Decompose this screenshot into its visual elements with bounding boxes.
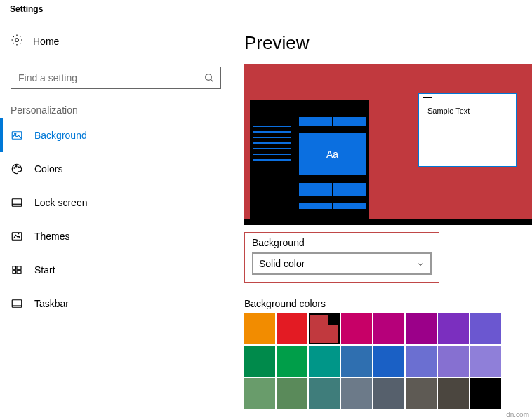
preview-aa-tile: Aa [299,133,366,175]
sidebar-item-colors[interactable]: Colors [0,152,237,186]
search-input[interactable] [11,67,221,89]
sidebar-item-label: Start [34,264,55,276]
color-swatch[interactable] [309,313,340,344]
gear-icon [11,34,23,48]
svg-rect-10 [17,266,21,270]
home-nav[interactable]: Home [0,14,237,48]
svg-rect-9 [13,266,16,270]
color-swatches [244,313,503,409]
main-panel: Preview Aa Sample Text [237,14,532,409]
sidebar-item-label: Colors [34,163,62,175]
chevron-down-icon [416,259,425,268]
start-icon [11,264,23,276]
preview-sample-window: Sample Text [418,93,517,167]
color-swatch[interactable] [373,378,404,409]
color-swatch[interactable] [277,313,307,344]
color-swatch[interactable] [277,346,307,377]
color-swatch[interactable] [309,346,340,377]
background-selected-value: Solid color [259,258,305,269]
home-label: Home [33,36,59,47]
background-colors-label: Background colors [244,298,532,309]
sidebar-item-label: Lock screen [34,197,87,208]
svg-point-5 [16,166,18,168]
color-swatch[interactable] [341,346,372,377]
sidebar-item-label: Themes [34,231,70,242]
svg-rect-13 [12,300,22,308]
color-swatch[interactable] [406,346,437,377]
preview-tiles: Aa [299,117,366,215]
color-swatch[interactable] [406,313,437,344]
background-dropdown[interactable]: Solid color [252,252,432,275]
color-swatch[interactable] [244,313,275,344]
preview-heading: Preview [244,32,532,54]
svg-rect-11 [13,271,16,274]
window-title: Settings [0,0,532,14]
background-section: Background Solid color [244,232,439,283]
svg-point-1 [206,74,212,81]
sample-text-label: Sample Text [427,107,470,115]
svg-point-6 [18,167,20,168]
color-swatch[interactable] [406,378,437,409]
color-swatch[interactable] [438,378,469,409]
svg-point-3 [15,133,16,135]
sidebar-item-lock-screen[interactable]: Lock screen [0,186,237,219]
watermark-text: dn.com [506,411,529,419]
sidebar-item-start[interactable]: Start [0,253,237,287]
desktop-preview: Aa Sample Text [244,64,532,225]
color-swatch[interactable] [470,378,501,409]
lock-screen-icon [11,196,23,209]
color-swatch[interactable] [438,346,469,377]
color-swatch[interactable] [277,378,307,409]
section-header-personalization: Personalization [0,89,237,118]
picture-icon [11,129,23,142]
color-swatch[interactable] [341,313,372,344]
color-swatch[interactable] [244,378,275,409]
color-swatch[interactable] [341,378,372,409]
color-swatch[interactable] [438,313,469,344]
color-swatch[interactable] [470,346,501,377]
preview-start-menu: Aa [250,100,369,219]
color-swatch[interactable] [470,313,501,344]
sidebar-item-taskbar[interactable]: Taskbar [0,287,237,320]
preview-taskbar [244,219,532,225]
search-field[interactable] [17,72,204,84]
svg-point-4 [14,168,15,169]
color-swatch[interactable] [309,378,340,409]
sidebar-item-themes[interactable]: Themes [0,219,237,253]
search-icon [204,72,215,83]
sidebar-item-label: Background [34,130,87,141]
svg-point-0 [15,39,19,42]
sidebar-item-label: Taskbar [34,298,69,309]
svg-rect-2 [12,132,22,140]
svg-rect-12 [17,271,21,274]
color-swatch[interactable] [373,313,404,344]
palette-icon [11,163,23,175]
sidebar-item-background[interactable]: Background [0,118,237,152]
background-label: Background [252,237,432,248]
color-swatch[interactable] [244,346,275,377]
color-swatch[interactable] [373,346,404,377]
sidebar: Home Personalization Background [0,14,237,409]
taskbar-icon [11,297,23,310]
themes-icon [11,230,23,243]
svg-rect-7 [12,199,22,207]
